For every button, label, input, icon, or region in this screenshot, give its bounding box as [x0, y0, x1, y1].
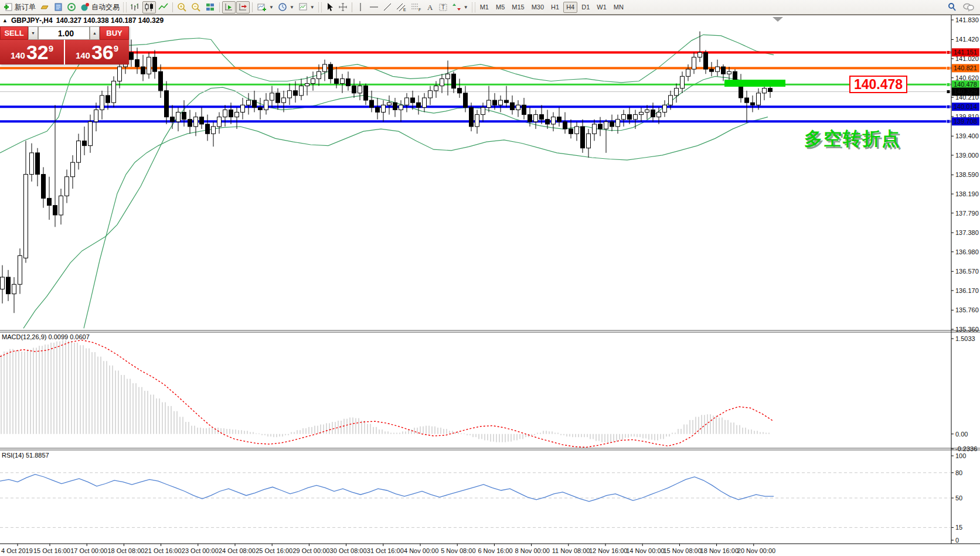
chart-canvas[interactable]: 141.830141.420141.020140.620140.210139.8…: [0, 15, 980, 556]
sell-price-main: 32: [26, 41, 49, 63]
chart-shift-marker-icon[interactable]: [773, 17, 783, 22]
candle-chart-icon: [144, 2, 154, 12]
vertical-line-button[interactable]: [355, 1, 367, 13]
trendline-button[interactable]: [381, 1, 394, 13]
svg-text:138.590: 138.590: [955, 171, 979, 178]
svg-text:141.420: 141.420: [955, 36, 979, 43]
svg-text:135.360: 135.360: [955, 326, 979, 333]
volume-up-button[interactable]: ▲: [90, 26, 100, 40]
auto-scroll-icon: [224, 2, 234, 12]
arrows-button[interactable]: ▼: [450, 1, 470, 13]
buy-price-sup: 9: [114, 43, 118, 53]
arrow-objects-icon: [452, 2, 461, 12]
svg-text:12 Nov 16:00: 12 Nov 16:00: [589, 547, 627, 554]
timeframe-M5[interactable]: M5: [493, 2, 508, 13]
mt4-window: 新订单 自动交易: [0, 0, 980, 556]
svg-text:4 Nov 00:00: 4 Nov 00:00: [404, 547, 438, 554]
new-order-button[interactable]: 新订单: [2, 1, 38, 13]
signals-button[interactable]: [65, 1, 78, 13]
timeframe-M30[interactable]: M30: [529, 2, 547, 13]
sell-button[interactable]: SELL: [0, 26, 28, 40]
buy-button[interactable]: BUY: [100, 26, 129, 40]
svg-text:29 Oct 00:00: 29 Oct 00:00: [292, 547, 329, 554]
svg-text:140.620: 140.620: [955, 74, 979, 81]
svg-text:F: F: [418, 8, 421, 12]
svg-text:137.790: 137.790: [955, 210, 979, 217]
autotrade-button[interactable]: 自动交易: [79, 1, 121, 13]
toolbar-grip: [472, 2, 475, 12]
svg-text:25 Oct 16:00: 25 Oct 16:00: [256, 547, 292, 554]
zoom-out-button[interactable]: [189, 1, 203, 13]
svg-text:15 Oct 16:00: 15 Oct 16:00: [33, 547, 70, 554]
text-icon: A: [426, 2, 434, 12]
toolbar-separator: [172, 2, 173, 12]
rsi-pane: 1008050150: [0, 452, 966, 544]
zoom-in-button[interactable]: [175, 1, 189, 13]
indicators-button[interactable]: ▼: [255, 1, 275, 13]
search-button[interactable]: [945, 1, 958, 13]
sell-price-sup: 9: [49, 43, 53, 53]
svg-text:141.151: 141.151: [954, 49, 977, 56]
text-button[interactable]: A: [424, 1, 436, 13]
svg-text:135.760: 135.760: [955, 306, 979, 313]
svg-text:T: T: [441, 4, 445, 11]
highlight-rectangle[interactable]: [724, 80, 785, 87]
line-chart-icon: [158, 2, 168, 12]
timeframe-W1[interactable]: W1: [594, 2, 610, 13]
svg-text:141.830: 141.830: [955, 16, 979, 23]
timeframe-D1[interactable]: D1: [579, 2, 593, 13]
volume-down-button[interactable]: ▼: [28, 26, 38, 40]
volume-input[interactable]: 1.00: [38, 26, 90, 40]
crosshair-button[interactable]: [336, 1, 349, 13]
collapse-arrow-icon[interactable]: ▲: [2, 18, 8, 23]
svg-text:4 Oct 2019: 4 Oct 2019: [1, 547, 33, 554]
bar-chart-button[interactable]: [128, 1, 142, 13]
new-order-label: 新订单: [15, 2, 36, 12]
svg-text:136.570: 136.570: [955, 268, 979, 275]
svg-text:50: 50: [955, 494, 962, 502]
price-level-flag[interactable]: 140.478: [849, 76, 907, 93]
svg-text:6 Nov 16:00: 6 Nov 16:00: [478, 547, 512, 554]
text-label-button[interactable]: T: [437, 1, 450, 13]
toolbar-grip: [318, 2, 322, 12]
sell-price-panel[interactable]: 140 32 9: [0, 40, 64, 64]
periods-clock-button[interactable]: ▼: [276, 1, 296, 13]
templates-button[interactable]: ▼: [297, 1, 317, 13]
horizontal-line-button[interactable]: [368, 1, 380, 13]
chat-button[interactable]: [961, 1, 976, 13]
buy-price-panel[interactable]: 140 36 9: [65, 40, 129, 64]
timeframe-group: M1M5M15M30H1H4D1W1MN: [477, 2, 627, 13]
candle-chart-button[interactable]: [142, 1, 156, 13]
fibonacci-button[interactable]: F: [409, 1, 423, 13]
tile-windows-button[interactable]: [203, 1, 217, 13]
template-icon: [298, 2, 308, 12]
toolbar-separator: [252, 2, 253, 12]
timeframe-M15[interactable]: M15: [509, 2, 527, 13]
svg-text:E: E: [403, 8, 406, 12]
timeframe-H1[interactable]: H1: [548, 2, 562, 13]
tile-windows-icon: [205, 2, 215, 12]
toolbar: 新订单 自动交易: [0, 0, 980, 15]
timeframe-MN[interactable]: MN: [611, 2, 627, 13]
gold-bar-button[interactable]: [38, 1, 51, 13]
svg-text:20 Nov 00:00: 20 Nov 00:00: [737, 547, 775, 554]
timeframe-H4[interactable]: H4: [563, 2, 577, 13]
auto-scroll-button[interactable]: [222, 1, 236, 13]
svg-text:24 Oct 08:00: 24 Oct 08:00: [219, 547, 256, 554]
timeframe-M1[interactable]: M1: [477, 2, 492, 13]
gold-bar-icon: [40, 2, 49, 12]
metaeditor-button[interactable]: [52, 1, 64, 13]
zoom-out-icon: [191, 2, 201, 12]
equidistant-channel-button[interactable]: E: [394, 1, 409, 13]
chart-window: 141.830141.420141.020140.620140.210139.8…: [0, 15, 980, 556]
line-chart-button[interactable]: [156, 1, 170, 13]
svg-text:136.170: 136.170: [955, 287, 979, 294]
svg-text:21 Oct 16:00: 21 Oct 16:00: [145, 547, 182, 554]
chart-header: ▲ GBPJPY-,H4 140.327 140.338 140.187 140…: [2, 16, 164, 25]
buy-price-main: 36: [91, 41, 114, 63]
cursor-button[interactable]: [324, 1, 336, 13]
svg-text:A: A: [427, 3, 433, 12]
chart-shift-button[interactable]: [236, 1, 250, 13]
macd-pane: 1.50330.00-0.2336: [0, 335, 977, 452]
sell-price-prefix: 140: [11, 50, 25, 60]
